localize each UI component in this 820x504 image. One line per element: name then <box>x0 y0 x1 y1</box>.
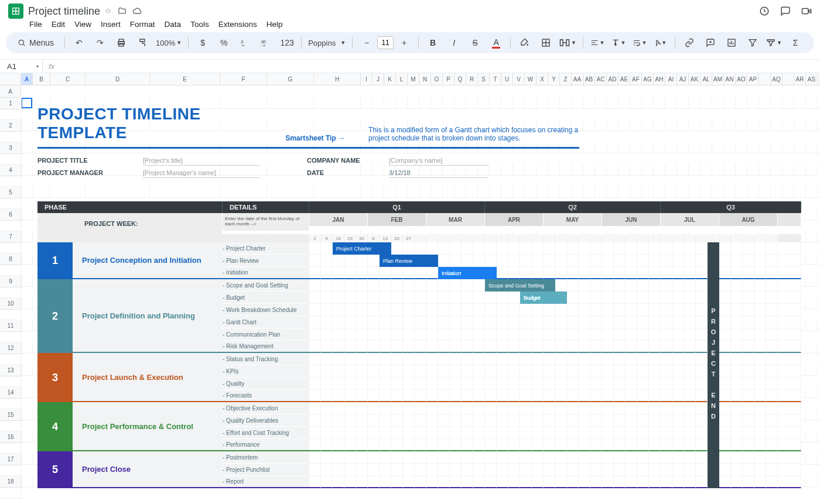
cloud-status-icon[interactable] <box>132 6 142 16</box>
gantt-cell[interactable] <box>661 451 672 464</box>
gantt-bar[interactable]: Plan Review <box>380 255 438 267</box>
gantt-cell[interactable] <box>754 353 766 365</box>
gantt-cell[interactable] <box>590 242 602 255</box>
gantt-cell[interactable] <box>462 365 473 378</box>
gantt-cell[interactable] <box>426 390 438 402</box>
menu-edit[interactable]: Edit <box>52 20 65 29</box>
gantt-cell[interactable] <box>602 242 614 255</box>
gantt-cell[interactable] <box>532 427 544 439</box>
gantt-cell[interactable] <box>508 267 520 279</box>
gantt-cell[interactable] <box>380 353 391 365</box>
gantt-cell[interactable] <box>672 353 684 365</box>
gantt-cell[interactable] <box>626 414 637 427</box>
gantt-cell[interactable] <box>637 402 649 414</box>
gantt-cell[interactable] <box>415 267 426 279</box>
gantt-cell[interactable] <box>544 365 555 378</box>
gantt-cell[interactable] <box>567 451 579 464</box>
gantt-cell[interactable] <box>672 292 684 304</box>
gantt-cell[interactable] <box>567 279 579 292</box>
gantt-cell[interactable] <box>532 365 544 378</box>
gantt-cell[interactable] <box>520 242 532 255</box>
gantt-cell[interactable] <box>614 242 626 255</box>
gantt-cell[interactable] <box>579 414 590 427</box>
gantt-cell[interactable] <box>555 378 567 390</box>
col-header[interactable]: AR <box>794 73 806 85</box>
gantt-cell[interactable] <box>438 316 450 328</box>
gantt-cell[interactable] <box>485 242 497 255</box>
gantt-cell[interactable] <box>450 378 462 390</box>
gantt-cell[interactable] <box>520 365 532 378</box>
gantt-cell[interactable] <box>719 353 731 365</box>
gantt-cell[interactable] <box>754 279 766 292</box>
gantt-cell[interactable] <box>555 353 567 365</box>
gantt-cell[interactable] <box>462 255 473 267</box>
gantt-cell[interactable] <box>368 476 380 488</box>
gantt-cell[interactable] <box>719 279 731 292</box>
row-header[interactable]: 6 <box>0 209 22 221</box>
gantt-cell[interactable] <box>661 267 672 279</box>
gantt-cell[interactable] <box>356 255 368 267</box>
gantt-bar[interactable]: Scope and Goal Setting <box>485 279 555 292</box>
gantt-cell[interactable] <box>684 292 696 304</box>
col-header[interactable]: AF <box>630 73 642 85</box>
gantt-cell[interactable] <box>380 464 391 476</box>
gantt-cell[interactable] <box>672 402 684 414</box>
gantt-cell[interactable] <box>743 451 754 464</box>
gantt-cell[interactable] <box>626 390 637 402</box>
gantt-cell[interactable] <box>344 341 356 353</box>
gantt-cell[interactable] <box>661 353 672 365</box>
gantt-cell[interactable] <box>497 304 508 316</box>
gantt-cell[interactable] <box>649 464 661 476</box>
row-header[interactable]: 17 <box>0 454 22 465</box>
gantt-cell[interactable] <box>614 292 626 304</box>
font-picker[interactable]: Poppins▼ <box>306 35 347 50</box>
gantt-cell[interactable] <box>368 402 380 414</box>
gantt-cell[interactable] <box>368 427 380 439</box>
gantt-cell[interactable] <box>344 476 356 488</box>
gantt-cell[interactable] <box>438 439 450 451</box>
gantt-cell[interactable] <box>356 427 368 439</box>
gantt-cell[interactable] <box>450 402 462 414</box>
gantt-cell[interactable] <box>344 292 356 304</box>
col-header[interactable]: AT <box>818 73 820 85</box>
gantt-cell[interactable] <box>450 328 462 341</box>
gantt-cell[interactable] <box>766 279 778 292</box>
gantt-cell[interactable] <box>590 427 602 439</box>
gantt-cell[interactable] <box>473 464 485 476</box>
gantt-cell[interactable] <box>309 390 321 402</box>
gantt-cell[interactable] <box>731 365 743 378</box>
gantt-cell[interactable] <box>743 353 754 365</box>
gantt-cell[interactable] <box>344 427 356 439</box>
gantt-cell[interactable] <box>719 328 731 341</box>
gantt-cell[interactable] <box>555 341 567 353</box>
gantt-cell[interactable] <box>743 378 754 390</box>
menu-format[interactable]: Format <box>130 20 155 29</box>
gantt-cell[interactable] <box>520 378 532 390</box>
gantt-cell[interactable] <box>626 427 637 439</box>
gantt-cell[interactable] <box>497 353 508 365</box>
gantt-cell[interactable] <box>637 267 649 279</box>
gantt-cell[interactable] <box>731 464 743 476</box>
document-title[interactable]: Project timeline <box>28 5 100 18</box>
gantt-cell[interactable] <box>649 255 661 267</box>
gantt-cell[interactable] <box>309 242 321 255</box>
gantt-cell[interactable] <box>766 427 778 439</box>
gantt-cell[interactable] <box>684 439 696 451</box>
gantt-cell[interactable] <box>754 378 766 390</box>
font-size-dec[interactable]: − <box>357 35 376 50</box>
gantt-cell[interactable] <box>590 292 602 304</box>
smartsheet-tip-link[interactable]: Smartsheet Tip → <box>285 134 345 142</box>
gantt-cell[interactable] <box>403 316 415 328</box>
history-icon[interactable] <box>759 6 770 16</box>
col-header[interactable]: N <box>419 73 431 85</box>
gantt-cell[interactable] <box>719 451 731 464</box>
gantt-cell[interactable] <box>754 292 766 304</box>
gantt-cell[interactable] <box>438 353 450 365</box>
gantt-cell[interactable] <box>403 464 415 476</box>
gantt-cell[interactable] <box>450 464 462 476</box>
gantt-cell[interactable] <box>321 242 333 255</box>
gantt-cell[interactable] <box>532 267 544 279</box>
font-size-inc[interactable]: + <box>395 35 414 50</box>
col-header[interactable]: AK <box>689 73 701 85</box>
gantt-cell[interactable] <box>415 341 426 353</box>
